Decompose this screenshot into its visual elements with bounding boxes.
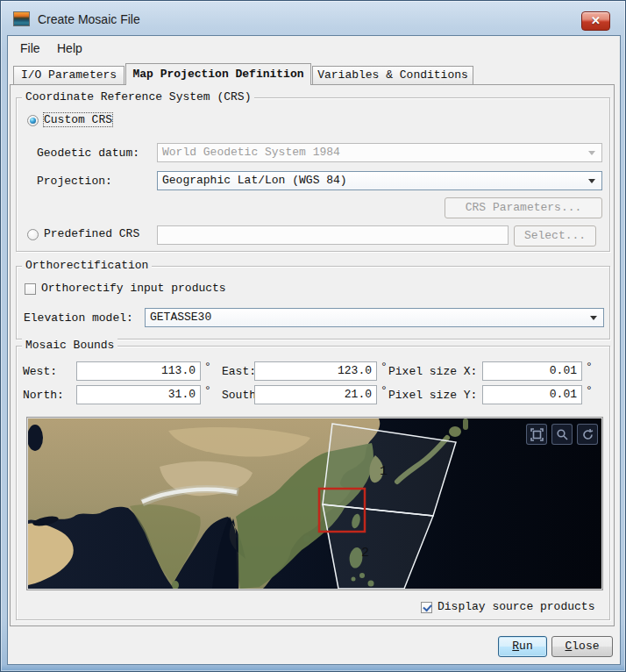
orthorectification-group: Orthorectification Orthorectify input pr… bbox=[16, 266, 610, 340]
chevron-down-icon bbox=[588, 151, 595, 155]
close-button[interactable]: Close bbox=[551, 636, 613, 657]
chevron-down-icon bbox=[590, 316, 597, 320]
elevation-model-value: GETASSE30 bbox=[150, 311, 211, 324]
map-toolbar bbox=[526, 424, 598, 445]
pixel-size-y-label: Pixel size Y: bbox=[388, 389, 477, 402]
predefined-crs-field bbox=[157, 225, 509, 245]
degree-unit: ° bbox=[381, 361, 388, 374]
elevation-model-label: Elevation model: bbox=[24, 311, 133, 325]
orthorectify-checkbox-label[interactable]: Orthorectify input products bbox=[41, 282, 226, 295]
degree-unit: ° bbox=[586, 384, 593, 397]
ortho-group-title: Orthorectification bbox=[22, 259, 152, 272]
reset-view-icon bbox=[581, 428, 594, 441]
zoom-selection-button[interactable] bbox=[551, 424, 573, 445]
crs-group: Coordinate Reference System (CRS) Custom… bbox=[16, 97, 610, 252]
menu-help[interactable]: Help bbox=[50, 39, 89, 58]
degree-unit: ° bbox=[381, 384, 388, 397]
tab-map-projection-definition[interactable]: Map Projection Definition bbox=[125, 63, 311, 85]
bounds-group-title: Mosaic Bounds bbox=[22, 339, 117, 352]
menu-bar: File Help bbox=[8, 36, 620, 59]
predefined-crs-radio-label[interactable]: Predefined CRS bbox=[44, 227, 139, 240]
satellite-map: 1 2 bbox=[28, 418, 601, 589]
display-source-products-checkbox[interactable] bbox=[421, 602, 432, 613]
geodetic-datum-combo: World Geodetic System 1984 bbox=[157, 143, 602, 162]
degree-unit: ° bbox=[204, 384, 211, 397]
pixel-size-y-field[interactable]: 0.01 bbox=[482, 385, 582, 404]
projection-label: Projection: bbox=[37, 175, 112, 188]
orthorectify-checkbox[interactable] bbox=[25, 283, 36, 295]
east-field[interactable]: 123.0 bbox=[254, 361, 377, 381]
projection-combo[interactable]: Geographic Lat/Lon (WGS 84) bbox=[157, 171, 602, 190]
predefined-crs-radio[interactable] bbox=[27, 229, 39, 240]
west-field[interactable]: 113.0 bbox=[76, 361, 201, 381]
projection-value: Geographic Lat/Lon (WGS 84) bbox=[162, 174, 347, 187]
tab-io-parameters[interactable]: I/O Parameters bbox=[13, 66, 124, 84]
app-icon bbox=[13, 11, 30, 26]
tab-variables-conditions[interactable]: Variables & Conditions bbox=[312, 66, 473, 84]
create-mosaic-window: Create Mosaic File ✕ File Help I/O Param… bbox=[0, 0, 626, 672]
close-icon[interactable]: ✕ bbox=[581, 11, 610, 31]
geodetic-datum-label: Geodetic datum: bbox=[37, 147, 139, 160]
crs-parameters-button: CRS Parameters... bbox=[445, 197, 602, 218]
display-source-products-label[interactable]: Display source products bbox=[437, 600, 594, 613]
pixel-size-x-label: Pixel size X: bbox=[388, 365, 477, 378]
titlebar[interactable]: Create Mosaic File ✕ bbox=[1, 1, 625, 36]
north-label: North: bbox=[23, 389, 64, 402]
custom-crs-radio-label[interactable]: Custom CRS bbox=[44, 113, 112, 126]
zoom-all-icon bbox=[530, 428, 544, 441]
world-map-preview[interactable]: 1 2 bbox=[26, 417, 603, 590]
pixel-size-x-field[interactable]: 0.01 bbox=[482, 361, 582, 381]
footprint-1-label: 1 bbox=[380, 464, 388, 479]
run-button[interactable]: Run bbox=[498, 636, 547, 657]
south-field[interactable]: 21.0 bbox=[254, 385, 377, 404]
north-field[interactable]: 31.0 bbox=[76, 385, 201, 404]
reset-view-button[interactable] bbox=[577, 424, 598, 445]
chevron-down-icon bbox=[588, 179, 595, 183]
dialog-client-area: File Help I/O Parameters Map Projection … bbox=[8, 36, 620, 664]
window-title: Create Mosaic File bbox=[38, 12, 140, 26]
degree-unit: ° bbox=[204, 361, 211, 374]
mosaic-bounds-group: Mosaic Bounds West: 113.0 ° East: 123.0 … bbox=[16, 346, 610, 620]
elevation-model-combo[interactable]: GETASSE30 bbox=[145, 308, 604, 327]
magnifier-icon bbox=[556, 428, 569, 441]
custom-crs-radio[interactable] bbox=[27, 115, 39, 126]
east-label: East: bbox=[222, 365, 256, 378]
degree-unit: ° bbox=[586, 361, 593, 374]
crs-group-title: Coordinate Reference System (CRS) bbox=[22, 90, 254, 104]
tab-panel: Coordinate Reference System (CRS) Custom… bbox=[10, 84, 615, 626]
menu-file[interactable]: File bbox=[13, 39, 47, 58]
footprint-2-label: 2 bbox=[361, 546, 369, 561]
zoom-all-button[interactable] bbox=[526, 424, 547, 445]
select-crs-button: Select... bbox=[514, 225, 596, 247]
geodetic-datum-value: World Geodetic System 1984 bbox=[162, 146, 340, 159]
west-label: West: bbox=[23, 365, 57, 378]
